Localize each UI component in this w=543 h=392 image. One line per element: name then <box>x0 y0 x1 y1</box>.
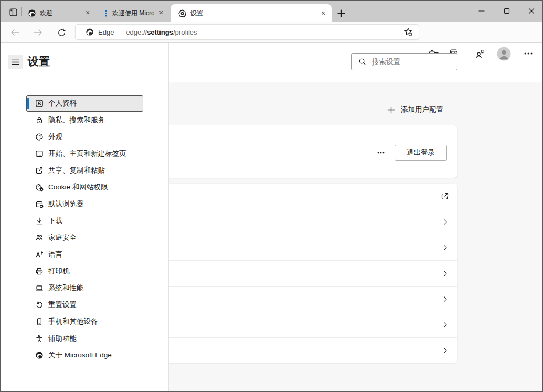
download-icon <box>35 217 44 225</box>
cookie-icon <box>35 183 44 192</box>
sidebar-item-appearance[interactable]: 外观 <box>27 129 143 145</box>
page-title: 设置 <box>28 54 50 69</box>
refresh-icon <box>57 28 66 37</box>
chevron-right-icon <box>442 321 449 329</box>
printer-icon <box>35 267 44 276</box>
phone-icon <box>35 317 44 326</box>
edge-logo-icon <box>86 28 94 36</box>
sidebar-item-privacy[interactable]: 隐私、搜索和服务 <box>27 112 143 128</box>
site-chip: Edge <box>86 28 114 36</box>
lock-icon <box>35 116 44 124</box>
browser-window: 欢迎 × 欢迎使用 Microsoft Edg × 设置 × <box>0 0 543 392</box>
sidebar-item-downloads[interactable]: 下载 <box>27 213 143 229</box>
window-close-button[interactable] <box>519 4 543 18</box>
settings-content-background: 添加用户配置 退出登录 <box>169 82 542 391</box>
minimize-button[interactable] <box>470 4 494 18</box>
sidebar-item-start-home-new-tabs[interactable]: 开始、主页和新建标签页 <box>27 146 143 162</box>
profile-badge-icon <box>35 99 44 108</box>
sidebar-item-default-browser[interactable]: 默认浏览器 <box>27 196 143 212</box>
hamburger-icon <box>11 58 20 67</box>
back-button[interactable] <box>7 26 23 39</box>
chevron-right-icon <box>442 244 449 251</box>
chevron-right-icon <box>442 270 449 277</box>
share-icon <box>35 166 44 175</box>
plus-icon <box>387 106 395 114</box>
sidebar-item-profiles[interactable]: 个人资料 <box>27 96 143 111</box>
tab-title: 设置 <box>190 9 316 18</box>
sidebar-item-system-performance[interactable]: 系统和性能 <box>27 280 143 296</box>
blue-dots-favicon <box>103 9 109 17</box>
back-icon <box>10 29 20 36</box>
plus-icon <box>337 9 345 17</box>
add-profile-button[interactable]: 添加用户配置 <box>387 102 443 118</box>
family-icon <box>35 234 44 242</box>
palette-icon <box>35 133 44 141</box>
tab-welcome[interactable]: 欢迎 × <box>23 4 96 22</box>
settings-search[interactable] <box>351 53 457 70</box>
add-profile-label: 添加用户配置 <box>401 105 443 114</box>
vertical-tabs-icon <box>9 8 18 17</box>
more-icon <box>377 152 385 154</box>
chevron-right-icon <box>442 347 449 354</box>
tab-separator <box>97 7 97 16</box>
selected-accent-bar <box>27 98 29 109</box>
minimize-icon <box>478 8 485 14</box>
sidebar-item-cookies-site-permissions[interactable]: Cookie 和网站权限 <box>27 179 143 195</box>
settings-menu: 个人资料 隐私、搜索和服务 外观 <box>27 96 143 364</box>
new-tab-button[interactable] <box>334 6 348 20</box>
search-icon <box>358 58 366 66</box>
browser-menu-button[interactable] <box>521 47 536 60</box>
forward-button[interactable] <box>30 26 46 39</box>
site-chip-label: Edge <box>98 28 114 36</box>
tab-title: 欢迎使用 Microsoft Edg <box>112 9 154 18</box>
close-icon <box>528 8 535 14</box>
sidebar-item-accessibility[interactable]: 辅助功能 <box>27 331 143 346</box>
add-favorite-icon <box>403 27 413 37</box>
toolbar: Edge edge://settings/profiles <box>1 22 542 43</box>
sidebar-item-printers[interactable]: 打印机 <box>27 263 143 279</box>
address-bar[interactable]: Edge edge://settings/profiles <box>75 24 419 40</box>
browser-check-icon <box>35 200 44 208</box>
feedback-person-icon <box>475 49 485 59</box>
add-favorite-button[interactable] <box>401 26 415 38</box>
tab-settings[interactable]: 设置 × <box>171 4 332 23</box>
new-tab-page-icon <box>35 150 44 158</box>
sidebar-item-family-safety[interactable]: 家庭安全 <box>27 230 143 246</box>
gear-icon <box>178 9 187 18</box>
vertical-tabs-button[interactable] <box>7 6 19 18</box>
sidebar-item-phone-devices[interactable]: 手机和其他设备 <box>27 314 143 330</box>
url-text: edge://settings/profiles <box>126 28 197 36</box>
external-link-icon <box>441 192 449 200</box>
tab-close-icon[interactable]: × <box>83 9 92 17</box>
language-icon <box>35 250 44 259</box>
laptop-icon <box>35 284 44 292</box>
edge-logo-icon <box>28 9 36 17</box>
tab-close-icon[interactable]: × <box>319 9 327 18</box>
tab-separator <box>21 7 22 16</box>
sidebar-item-share-copy-paste[interactable]: 共享、复制和粘贴 <box>27 163 143 178</box>
refresh-button[interactable] <box>54 26 69 39</box>
tab-title: 欢迎 <box>40 9 80 18</box>
forward-icon <box>33 29 42 36</box>
chevron-right-icon <box>442 295 449 303</box>
edge-logo-icon <box>35 351 44 359</box>
maximize-icon <box>504 8 510 14</box>
accessibility-icon <box>35 334 44 343</box>
sidebar-item-about-edge[interactable]: 关于 Microsoft Edge <box>27 347 143 363</box>
more-icon <box>524 52 533 55</box>
tab-welcome-to-edge[interactable]: 欢迎使用 Microsoft Edg × <box>98 4 169 22</box>
sidebar-item-languages[interactable]: 语言 <box>27 247 143 262</box>
maximize-button[interactable] <box>495 4 519 18</box>
settings-menu-drawer: 设置 个人资料 隐私、搜索和服务 <box>1 43 169 391</box>
menu-toggle-button[interactable] <box>8 55 23 69</box>
sidebar-item-reset-settings[interactable]: 重置设置 <box>27 297 143 313</box>
reset-icon <box>35 301 44 309</box>
profile-more-button[interactable] <box>372 146 389 160</box>
tab-close-icon[interactable]: × <box>157 9 165 17</box>
sign-out-button[interactable]: 退出登录 <box>395 145 447 161</box>
profile-avatar <box>497 47 511 61</box>
profile-button[interactable] <box>496 46 512 61</box>
chevron-right-icon <box>442 218 449 226</box>
settings-search-input[interactable] <box>371 57 452 66</box>
feedback-button[interactable] <box>472 47 487 60</box>
